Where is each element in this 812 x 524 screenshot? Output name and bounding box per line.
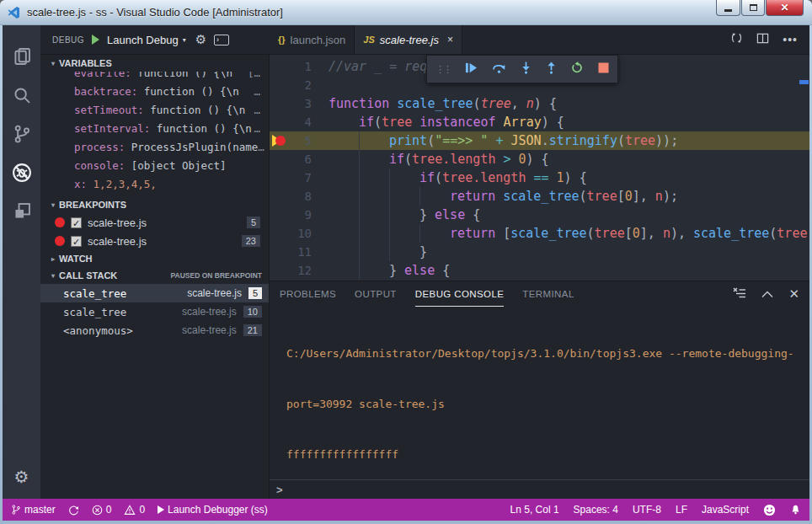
breakpoint-row[interactable]: ✓scale-tree.js23: [40, 232, 269, 250]
feedback-smiley-icon[interactable]: [763, 504, 776, 516]
indentation[interactable]: Spaces: 4: [574, 504, 618, 516]
code-token: function: [329, 96, 389, 111]
close-tab-icon[interactable]: ×: [447, 34, 453, 45]
variable-value: 1,2,3,4,5,: [93, 175, 157, 194]
tab-scale-tree-js[interactable]: JS scale-tree.js ×: [355, 25, 462, 54]
call-stack-frame[interactable]: <anonymous>scale-tree.js21: [40, 321, 269, 340]
continue-icon[interactable]: [465, 61, 478, 78]
code-token: ),: [670, 226, 693, 241]
indent-guide: [359, 150, 389, 168]
code-token: (: [427, 133, 435, 148]
encoding[interactable]: UTF-8: [633, 504, 661, 516]
variable-value: function () {\n: [137, 72, 232, 83]
tab-terminal[interactable]: TERMINAL: [522, 281, 574, 307]
breakpoint-dot-icon[interactable]: [275, 136, 286, 146]
language-mode[interactable]: JavaScript: [702, 504, 749, 516]
code-token: if: [419, 170, 435, 185]
warning-count[interactable]: 0: [124, 504, 145, 516]
minimize-button[interactable]: [716, 0, 740, 16]
debug-console-output[interactable]: C:/Users/Administrator/Desktop/topjs/3.1…: [270, 307, 809, 479]
call-stack-section-header[interactable]: ▾ CALL STACK PAUSED ON BREAKPOINT: [40, 267, 269, 284]
source-control-icon[interactable]: [3, 115, 40, 153]
tab-debug-console[interactable]: DEBUG CONSOLE: [415, 281, 505, 307]
call-stack-frame[interactable]: scale_treescale-tree.js10: [40, 302, 269, 321]
clear-console-icon[interactable]: [733, 286, 746, 302]
debug-console-icon[interactable]: ›: [214, 35, 229, 45]
code-token: [: [625, 226, 633, 241]
git-branch-indicator[interactable]: master: [11, 504, 56, 516]
split-editor-icon[interactable]: [756, 32, 769, 48]
close-panel-icon[interactable]: ✕: [788, 286, 799, 302]
debug-icon[interactable]: [3, 153, 40, 192]
variable-row[interactable]: setInterval: function () {\n…: [40, 120, 269, 138]
indent-guide: [359, 131, 389, 150]
code-token: 1: [557, 170, 564, 185]
call-stack-frame[interactable]: scale_treescale-tree.js5: [40, 284, 269, 302]
tab-launch-json[interactable]: {} launch.json: [270, 25, 355, 54]
breakpoint-line-badge: 23: [242, 235, 260, 247]
sync-icon[interactable]: [730, 31, 743, 48]
step-over-icon[interactable]: [492, 61, 506, 78]
variable-row[interactable]: process: ProcessJsPlugin(name…: [40, 138, 269, 157]
code-token: (: [587, 226, 595, 241]
code-line[interactable]: 8return scale_tree(tree[0], n);: [270, 187, 809, 206]
variable-row[interactable]: x: 1,2,3,4,5,: [40, 175, 269, 194]
code-line[interactable]: 7if(tree.length == 1) {: [270, 168, 809, 187]
start-debug-icon[interactable]: [92, 35, 99, 45]
frame-location: scale-tree.js5: [187, 287, 262, 299]
configure-gear-icon[interactable]: ⚙: [195, 32, 206, 47]
debug-toolbar: ⋮⋮: [426, 55, 618, 83]
tab-problems[interactable]: PROBLEMS: [280, 281, 336, 307]
code-line[interactable]: 6if(tree.length > 0) {: [270, 150, 809, 168]
cursor-position[interactable]: Ln 5, Col 1: [510, 504, 559, 516]
extensions-icon[interactable]: [3, 192, 40, 231]
code-line[interactable]: 11}: [270, 243, 809, 261]
code-line[interactable]: 3function scale_tree(tree, n) {: [270, 94, 809, 113]
tab-output[interactable]: OUTPUT: [355, 281, 397, 307]
code-line[interactable]: 4if(tree instanceof Array) {: [270, 113, 809, 131]
code-line[interactable]: 12} else {: [270, 261, 809, 280]
prompt-chevron-icon: >: [276, 484, 283, 496]
debug-config-dropdown[interactable]: Launch Debug ▾: [107, 34, 186, 46]
code-line[interactable]: 9} else {: [270, 206, 809, 224]
notifications-bell-icon[interactable]: [790, 504, 801, 516]
debug-console-input[interactable]: >: [270, 479, 809, 499]
variable-row[interactable]: setTimeout: function () {\n…: [40, 101, 269, 120]
breakpoint-row[interactable]: ✓scale-tree.js5: [40, 213, 269, 232]
restart-icon[interactable]: [571, 61, 584, 78]
code-line[interactable]: 5print("==>> " + JSON.stringify(tree));: [270, 131, 809, 150]
stop-icon[interactable]: [598, 61, 609, 77]
step-into-icon[interactable]: [521, 61, 532, 78]
variable-row[interactable]: console: [object Object]: [40, 157, 269, 175]
debug-controls: DEBUG Launch Debug ▾ ⚙ ›: [40, 25, 270, 54]
vscode-window: scale-tree.js - ss - Visual Studio Code …: [0, 0, 812, 524]
sync-indicator[interactable]: [68, 505, 79, 516]
variable-row[interactable]: backtrace: function () {\n…: [40, 83, 269, 101]
drag-grip-icon[interactable]: ⋮⋮: [435, 64, 451, 75]
code-token: print: [389, 133, 427, 148]
maximize-panel-icon[interactable]: [761, 286, 773, 302]
error-count[interactable]: 0: [92, 504, 112, 516]
search-icon[interactable]: [3, 76, 40, 115]
settings-gear-icon[interactable]: ⚙: [14, 467, 29, 487]
breakpoint-checkbox[interactable]: ✓: [71, 217, 82, 228]
step-out-icon[interactable]: [546, 61, 557, 78]
breakpoints-section-header[interactable]: ▾ BREAKPOINTS: [40, 196, 269, 213]
titlebar[interactable]: scale-tree.js - ss - Visual Studio Code …: [0, 0, 812, 25]
variables-section-header[interactable]: ▾ VARIABLES: [40, 55, 269, 72]
code-token: +: [495, 133, 503, 148]
breakpoint-checkbox[interactable]: ✓: [71, 236, 82, 247]
eol-sequence[interactable]: LF: [676, 504, 687, 516]
variable-row[interactable]: evalFile: function () {\n[…: [40, 72, 269, 83]
code-line[interactable]: 10return [scale_tree(tree[0], n), scale_…: [270, 224, 809, 243]
indent-guide: [329, 168, 359, 187]
explorer-icon[interactable]: [3, 37, 40, 76]
code-editor[interactable]: ⋮⋮ 1//var _ = req23function scale_tree(t…: [270, 55, 809, 281]
watch-section-header[interactable]: ▸ WATCH: [40, 250, 269, 267]
close-button[interactable]: ✕: [766, 0, 804, 16]
debugger-status[interactable]: Launch Debugger (ss): [158, 504, 268, 516]
more-actions-icon[interactable]: •••: [783, 33, 798, 46]
code-token: tree: [625, 133, 655, 148]
maximize-button[interactable]: [741, 0, 765, 16]
chevron-down-icon: ▾: [183, 36, 186, 44]
